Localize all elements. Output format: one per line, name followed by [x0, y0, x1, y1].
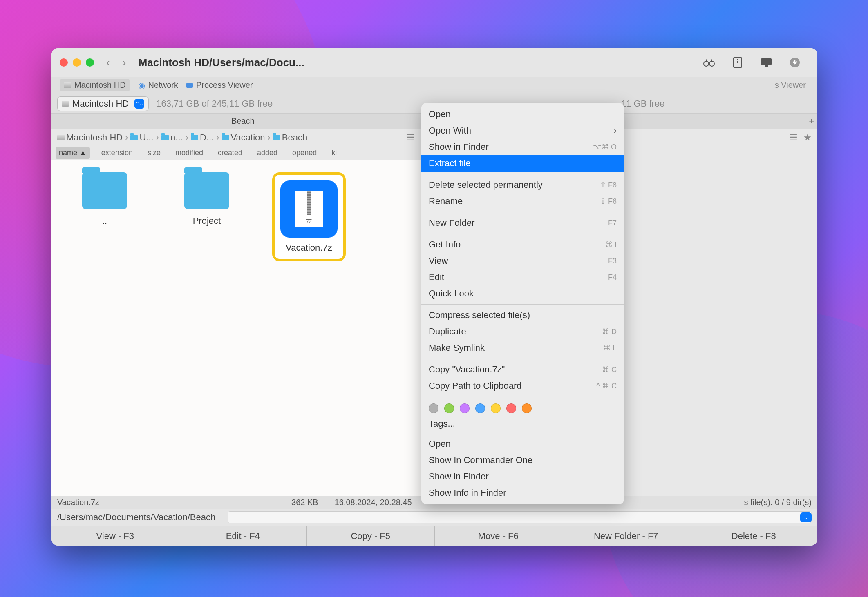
cm-open-2[interactable]: Open [421, 436, 624, 452]
col-modified[interactable]: modified [172, 147, 206, 159]
drive-free-left: 163,71 GB of 245,11 GB free [156, 98, 273, 109]
status-filename: Vacation.7z [57, 498, 99, 507]
tag-color[interactable] [475, 403, 485, 413]
view-list-icon-right[interactable]: ☰ [790, 132, 798, 143]
window-title: Macintosh HD/Users/mac/Docu... [139, 56, 703, 69]
col-extension[interactable]: extension [98, 147, 136, 159]
download-icon[interactable] [789, 56, 801, 69]
cm-new-folder[interactable]: New FolderF7 [421, 215, 624, 231]
status-size: 362 KB [291, 498, 318, 507]
left-pane: Beach + Macintosh HD› U...› n...› D...› … [51, 114, 435, 496]
path-text: /Users/mac/Documents/Vacation/Beach [57, 512, 215, 523]
cm-open-with[interactable]: Open With› [421, 123, 624, 139]
file-parent[interactable]: .. [68, 172, 141, 226]
col-kind[interactable]: ki [328, 147, 340, 159]
cm-symlink[interactable]: Make Symlink⌘ L [421, 340, 624, 356]
cm-view[interactable]: ViewF3 [421, 253, 624, 269]
tag-color[interactable] [444, 403, 454, 413]
archive-icon[interactable] [732, 56, 744, 69]
bc-beach[interactable]: Beach [273, 132, 307, 143]
cm-rename[interactable]: Rename⇧ F6 [421, 193, 624, 209]
chevron-right-icon: › [614, 125, 617, 136]
bc-mac[interactable]: n... [161, 132, 183, 143]
archive-file-icon [280, 180, 338, 238]
close-button[interactable] [60, 58, 68, 67]
cm-show-commander[interactable]: Show In Commander One [421, 452, 624, 468]
drive-select[interactable]: Macintosh HD ⌃⌄ [57, 96, 149, 111]
path-input[interactable] [228, 511, 812, 523]
status-right: s file(s). 0 / 9 dir(s) [744, 498, 812, 507]
location-right-visible: s Viewer [775, 80, 806, 90]
fn-view[interactable]: View - F3 [51, 526, 179, 546]
col-created[interactable]: created [215, 147, 246, 159]
svg-point-1 [709, 61, 714, 66]
forward-button[interactable]: › [122, 56, 126, 69]
location-hd[interactable]: Macintosh HD [60, 79, 130, 91]
cm-tags-label[interactable]: Tags... [421, 417, 624, 430]
drive-free-right: 11 GB free [621, 98, 664, 109]
cm-edit[interactable]: EditF4 [421, 269, 624, 285]
monitor-icon[interactable] [760, 56, 772, 69]
left-tab[interactable]: Beach + [51, 114, 434, 129]
col-added[interactable]: added [254, 147, 281, 159]
app-window: ‹ › Macintosh HD/Users/mac/Docu... Macin… [51, 48, 817, 546]
fn-edit[interactable]: Edit - F4 [179, 526, 307, 546]
folder-icon [82, 172, 127, 209]
function-bar: View - F3 Edit - F4 Copy - F5 Move - F6 … [51, 526, 817, 546]
tag-color[interactable] [460, 403, 470, 413]
file-vacation-7z[interactable]: Vacation.7z [272, 172, 346, 261]
status-date: 16.08.2024, 20:28:45 [335, 498, 412, 507]
maximize-button[interactable] [86, 58, 94, 67]
fn-new-folder[interactable]: New Folder - F7 [562, 526, 690, 546]
cm-delete-permanently[interactable]: Delete selected permanently⇧ F8 [421, 177, 624, 193]
cm-copy-name[interactable]: Copy "Vacation.7z"⌘ C [421, 361, 624, 378]
col-name[interactable]: name ▲ [56, 147, 90, 159]
add-tab-button-right[interactable]: + [809, 116, 814, 127]
bc-vacation[interactable]: Vacation [222, 132, 265, 143]
favorite-icon-right[interactable]: ★ [803, 132, 812, 143]
locations-bar: Macintosh HD ◉Network Process Viewer s V… [51, 77, 817, 94]
cm-open[interactable]: Open [421, 106, 624, 123]
view-list-icon[interactable]: ☰ [407, 132, 415, 143]
minimize-button[interactable] [73, 58, 81, 67]
cm-extract-file[interactable]: Extract file [421, 155, 624, 172]
svg-rect-4 [761, 58, 772, 65]
path-toggle-icon[interactable]: ⌄ [800, 512, 812, 522]
col-opened[interactable]: opened [289, 147, 320, 159]
drive-toggle-icon[interactable]: ⌃⌄ [134, 99, 144, 109]
context-menu: Open Open With› Show in Finder⌥⌘ O Extra… [421, 103, 624, 504]
fn-delete[interactable]: Delete - F8 [690, 526, 818, 546]
cm-show-finder-2[interactable]: Show in Finder [421, 468, 624, 485]
traffic-lights [60, 58, 94, 67]
location-network[interactable]: ◉Network [138, 80, 178, 90]
cm-copy-path[interactable]: Copy Path to Clipboard^ ⌘ C [421, 378, 624, 394]
left-icon-grid: .. Project Vacation.7z [51, 160, 434, 496]
cm-duplicate[interactable]: Duplicate⌘ D [421, 323, 624, 340]
cm-show-finder[interactable]: Show in Finder⌥⌘ O [421, 139, 624, 155]
cm-show-info-finder[interactable]: Show Info in Finder [421, 485, 624, 501]
tag-color[interactable] [522, 403, 532, 413]
fn-copy[interactable]: Copy - F5 [307, 526, 435, 546]
path-bar: /Users/mac/Documents/Vacation/Beach ⌄ [51, 509, 817, 526]
fn-move[interactable]: Move - F6 [435, 526, 563, 546]
back-button[interactable]: ‹ [106, 56, 110, 69]
svg-point-0 [704, 61, 709, 66]
location-process-viewer[interactable]: Process Viewer [186, 80, 253, 90]
tag-color[interactable] [506, 403, 516, 413]
left-breadcrumb: Macintosh HD› U...› n...› D...› Vacation… [51, 129, 434, 146]
bc-docs[interactable]: D... [191, 132, 214, 143]
bc-hd[interactable]: Macintosh HD [57, 132, 123, 143]
folder-icon [184, 172, 229, 209]
bc-users[interactable]: U... [130, 132, 153, 143]
svg-rect-5 [765, 65, 768, 67]
cm-quick-look[interactable]: Quick Look [421, 285, 624, 302]
tag-color[interactable] [429, 403, 438, 413]
titlebar: ‹ › Macintosh HD/Users/mac/Docu... [51, 48, 817, 77]
cm-get-info[interactable]: Get Info⌘ I [421, 236, 624, 253]
binoculars-icon[interactable] [703, 56, 715, 69]
file-project[interactable]: Project [170, 172, 244, 226]
cm-tags-row [421, 399, 624, 417]
cm-compress[interactable]: Compress selected file(s) [421, 307, 624, 323]
col-size[interactable]: size [144, 147, 164, 159]
tag-color[interactable] [491, 403, 501, 413]
